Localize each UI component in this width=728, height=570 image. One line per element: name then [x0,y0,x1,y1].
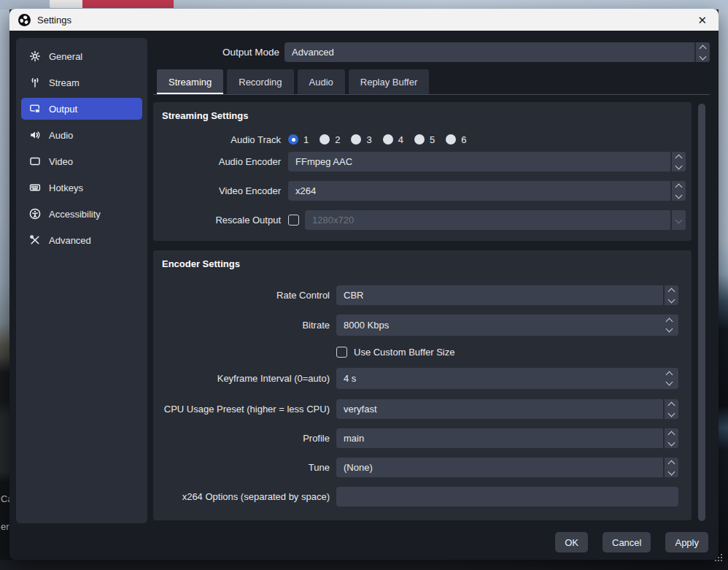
rate-control-select[interactable]: CBR [336,285,678,305]
section-title: Streaming Settings [162,110,248,121]
radio-icon[interactable] [320,134,330,145]
cancel-button[interactable]: Cancel [603,532,651,552]
video-encoder-label: Video Encoder [153,185,281,196]
audio-track-label: Audio Track [153,134,281,145]
sidebar-item-label: Output [49,104,77,115]
window-title: Settings [37,15,71,26]
profile-label: Profile [153,433,330,444]
sidebar-item-general[interactable]: General [21,45,142,67]
ok-button[interactable]: OK [555,532,588,552]
audio-track-radio-1[interactable]: 1 [288,134,309,145]
tab-audio[interactable]: Audio [298,69,345,94]
dropdown-spinner-icon[interactable] [665,399,678,419]
settings-window: Settings ✕ GeneralStreamOutputAudioVideo… [9,9,719,560]
radio-icon[interactable] [288,134,298,145]
rescale-output-label: Rescale Output [153,215,281,226]
sidebar-item-advanced[interactable]: Advanced [21,229,142,251]
dropdown-spinner-icon[interactable] [665,458,678,477]
tab-streaming[interactable]: Streaming [157,69,223,94]
broadcast-icon [29,77,41,88]
radio-label: 6 [461,134,466,145]
audio-track-radio-6[interactable]: 6 [446,134,466,145]
sidebar-item-output[interactable]: Output [21,98,142,120]
tab-replay-buffer[interactable]: Replay Buffer [349,69,430,94]
rescale-output-checkbox[interactable] [288,215,299,226]
audio-track-radio-4[interactable]: 4 [383,134,403,145]
resize-grip[interactable] [713,552,724,563]
radio-label: 5 [430,134,435,145]
sidebar-item-label: Stream [49,77,80,88]
speaker-icon [29,129,41,141]
radio-icon[interactable] [383,134,393,145]
cpu-preset-label: CPU Usage Preset (higher = less CPU) [153,404,330,415]
sidebar-item-label: General [49,51,82,62]
sidebar-item-label: Advanced [49,235,91,246]
dropdown-spinner-icon[interactable] [672,181,686,201]
audio-track-radio-5[interactable]: 5 [414,134,435,145]
tab-recording[interactable]: Recording [227,69,293,94]
x264-options-label: x264 Options (separated by space) [153,491,330,502]
streaming-settings-panel: Streaming Settings Audio Track 123456 Au… [153,102,692,241]
sidebar-item-label: Hotkeys [49,182,83,193]
keyframe-interval-label: Keyframe Interval (0=auto) [153,373,330,384]
desktop-background-left [0,9,9,560]
dropdown-spinner-icon[interactable] [665,285,678,305]
titlebar: Settings ✕ [9,9,719,31]
bitrate-label: Bitrate [153,320,330,331]
screen-share-icon [29,103,41,115]
desktop-background-red-bar [82,0,174,8]
output-mode-label: Output Mode [155,42,279,62]
x264-options-input[interactable] [336,487,678,507]
radio-label: 1 [303,134,309,145]
sidebar-item-label: Video [49,156,73,167]
radio-icon[interactable] [414,134,425,145]
radio-icon[interactable] [351,134,361,145]
tools-icon [29,234,41,246]
dropdown-spinner-icon[interactable] [665,428,678,448]
bitrate-spinner[interactable]: 8000 Kbps [336,315,678,336]
dropdown-spinner-icon[interactable] [696,42,710,62]
custom-buffer-label: Use Custom Buffer Size [354,347,454,358]
encoder-settings-panel: Encoder Settings Rate Control CBR Bitrat… [153,250,692,520]
video-encoder-select[interactable]: x264 [288,181,686,201]
audio-track-radio-group: 123456 [288,134,477,145]
monitor-icon [29,155,41,167]
keyframe-interval-spinner[interactable]: 4 s [336,368,678,389]
profile-select[interactable]: main [336,428,678,448]
close-icon[interactable]: ✕ [694,15,710,26]
accessibility-icon [29,208,41,220]
desktop-background-right [719,9,728,560]
sidebar-item-label: Audio [49,130,73,141]
dropdown-spinner-icon[interactable] [672,152,686,172]
sidebar-item-audio[interactable]: Audio [21,124,142,146]
radio-label: 2 [335,134,340,145]
sidebar-item-label: Accessibility [49,209,101,220]
tune-label: Tune [153,462,330,473]
tabs-divider [153,94,710,95]
background-text-fragment: er [1,521,9,532]
apply-button[interactable]: Apply [665,532,708,552]
audio-track-radio-3[interactable]: 3 [351,134,371,145]
sidebar-item-video[interactable]: Video [21,150,142,172]
gear-icon [29,50,41,62]
audio-track-radio-2[interactable]: 2 [320,134,340,145]
radio-label: 3 [366,134,371,145]
sidebar-item-stream[interactable]: Stream [21,72,142,93]
keyboard-icon [29,182,41,193]
output-mode-value: Advanced [284,42,694,62]
rescale-resolution-select: 1280x720 [305,210,686,230]
obs-logo-icon [18,14,31,26]
dialog-footer: OK Cancel Apply [9,531,708,553]
vertical-scrollbar[interactable] [698,104,705,521]
custom-buffer-checkbox[interactable] [336,347,347,358]
section-title: Encoder Settings [162,258,240,269]
audio-encoder-label: Audio Encoder [153,156,281,167]
sidebar-item-hotkeys[interactable]: Hotkeys [21,177,142,199]
output-mode-select[interactable]: Advanced [284,42,710,62]
radio-icon[interactable] [446,134,456,145]
tune-select[interactable]: (None) [336,458,678,477]
cpu-preset-select[interactable]: veryfast [336,399,678,419]
chevron-down-icon [672,210,686,230]
audio-encoder-select[interactable]: FFmpeg AAC [288,152,686,172]
sidebar-item-accessibility[interactable]: Accessibility [21,203,142,225]
